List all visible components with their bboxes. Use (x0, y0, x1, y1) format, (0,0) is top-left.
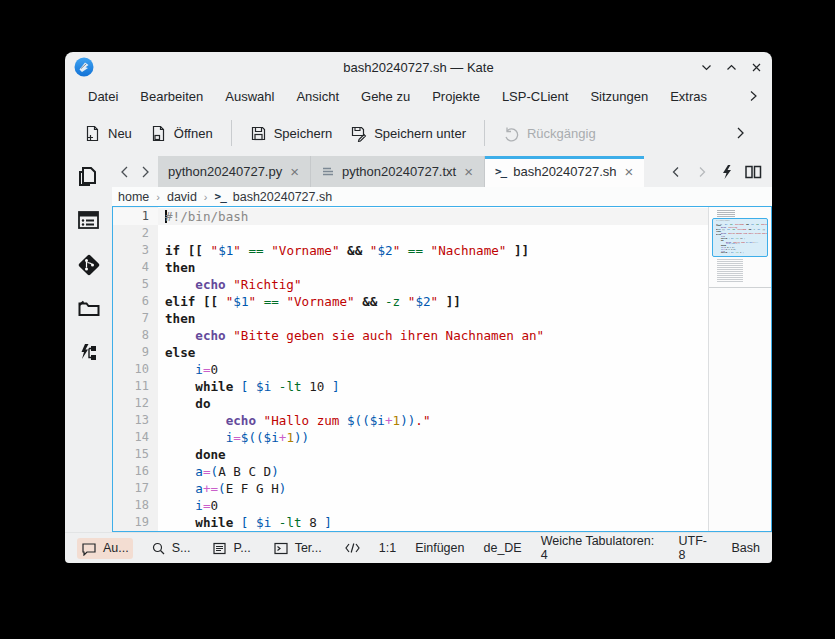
open-file-button[interactable]: Öffnen (141, 119, 222, 148)
quick-open-panel-button[interactable] (74, 339, 104, 366)
code-line: then (158, 310, 708, 327)
search-panel-label: S... (172, 541, 191, 555)
code-line: done (158, 446, 708, 463)
toolbar-separator (231, 120, 232, 146)
line-number: 10 (113, 361, 158, 378)
menu-lsp-client[interactable]: LSP-CLient (491, 85, 579, 108)
line-number: 13 (113, 412, 158, 429)
breadcrumb-file[interactable]: bash20240727.sh (233, 190, 332, 204)
menu-gehe-zu[interactable]: Gehe zu (350, 85, 421, 108)
minimize-button[interactable] (698, 59, 714, 75)
tabs-scroll-right-button[interactable] (136, 163, 154, 181)
toolbar-overflow-button[interactable] (732, 125, 748, 141)
code-area[interactable]: #!/bin/bash if [[ "$1" == "Vorname" && "… (158, 207, 708, 531)
split-view-button[interactable] (744, 164, 762, 180)
tab-label: python20240727.py (168, 164, 282, 179)
terminal-panel-label: Ter... (295, 541, 322, 555)
menubar: Datei Bearbeiten Auswahl Ansicht Gehe zu… (65, 82, 772, 110)
line-number: 16 (113, 463, 158, 480)
filesystem-panel-button[interactable] (74, 295, 104, 322)
save-label: Speichern (274, 126, 333, 141)
open-file-label: Öffnen (174, 126, 213, 141)
code-line: do (158, 395, 708, 412)
menu-bearbeiten[interactable]: Bearbeiten (129, 85, 214, 108)
history-back-button[interactable] (668, 164, 684, 180)
line-number: 15 (113, 446, 158, 463)
encoding[interactable]: UTF-8 (679, 534, 713, 562)
tab-python-txt[interactable]: python20240727.txt × (311, 156, 485, 187)
new-file-label: Neu (108, 126, 132, 141)
line-number: 17 (113, 480, 158, 497)
quick-open-button[interactable] (720, 164, 734, 180)
titlebar: bash20240727.sh — Kate (65, 52, 772, 82)
text-file-icon (321, 165, 335, 179)
code-icon (344, 541, 361, 555)
code-line: a=(A B C D) (158, 463, 708, 480)
tab-settings[interactable]: Weiche Tabulatoren: 4 (541, 534, 660, 562)
maximize-button[interactable] (723, 59, 739, 75)
tabs-scroll-left-button[interactable] (116, 163, 134, 181)
output-panel-toggle[interactable]: Au... (77, 538, 133, 559)
kate-window: bash20240727.sh — Kate Datei Bearbeiten … (65, 52, 772, 563)
menu-extras[interactable]: Extras (659, 85, 718, 108)
menu-overflow-button[interactable] (746, 89, 760, 103)
tab-close-icon[interactable]: × (289, 164, 300, 179)
close-button[interactable] (748, 59, 764, 75)
editor-view: 12345678910111213141516171819 #!/bin/bas… (112, 206, 772, 532)
undo-label: Rückgängig (527, 126, 596, 141)
minimap-viewport[interactable]: #!/bin/bashif [[ "$1" == "Vorname" && "$… (712, 218, 768, 257)
input-mode[interactable]: Einfügen (415, 541, 464, 555)
chevron-right-icon: › (156, 191, 160, 203)
search-panel-toggle[interactable]: S... (147, 538, 195, 559)
code-line: elif [[ "$1" == "Vorname" && -z "$2" ]] (158, 293, 708, 310)
shell-script-icon: >_ (215, 190, 226, 203)
documents-panel-button[interactable] (74, 163, 104, 190)
undo-button[interactable]: Rückgängig (494, 119, 605, 148)
code-line: i=0 (158, 361, 708, 378)
breadcrumb-home[interactable]: home (118, 190, 149, 204)
terminal-panel-toggle[interactable]: Ter... (269, 538, 326, 559)
menu-auswahl[interactable]: Auswahl (214, 85, 285, 108)
output-panel-label: Au... (103, 541, 129, 555)
save-button[interactable]: Speichern (241, 119, 342, 148)
tab-python-py[interactable]: python20240727.py × (158, 156, 311, 187)
code-line: else (158, 344, 708, 361)
git-panel-button[interactable] (74, 251, 104, 278)
cursor-position[interactable]: 1:1 (379, 541, 396, 555)
save-as-button[interactable]: Speichern unter (341, 119, 475, 148)
minimap-scrollbar[interactable]: #!/bin/bashif [[ "$1" == "Vorname" && "$… (708, 207, 771, 531)
menu-sitzungen[interactable]: Sitzungen (579, 85, 659, 108)
tab-bash-sh[interactable]: >_ bash20240727.sh × (485, 156, 644, 187)
save-as-icon (350, 125, 367, 142)
line-number: 12 (113, 395, 158, 412)
save-as-label: Speichern unter (374, 126, 466, 141)
line-number: 18 (113, 497, 158, 514)
code-line: a+=(E F G H) (158, 480, 708, 497)
code-line: i=$(($i+1)) (158, 429, 708, 446)
line-number: 5 (113, 276, 158, 293)
kate-app-icon (73, 56, 95, 78)
history-forward-button[interactable] (694, 164, 710, 180)
code-line: i=0 (158, 497, 708, 514)
tab-close-icon[interactable]: × (463, 164, 474, 179)
tab-close-icon[interactable]: × (624, 164, 635, 179)
code-line (158, 225, 708, 242)
line-number: 8 (113, 327, 158, 344)
menu-datei[interactable]: Datei (77, 85, 129, 108)
new-file-button[interactable]: Neu (75, 119, 141, 148)
code-line: if [[ "$1" == "Vorname" && "$2" == "Nach… (158, 242, 708, 259)
line-number: 1 (113, 208, 158, 225)
statusbar: Au... S... P... Ter... 1:1 E (65, 532, 772, 563)
menu-projekte[interactable]: Projekte (421, 85, 491, 108)
syntax-mode[interactable]: Bash (732, 541, 761, 555)
list-details-panel-button[interactable] (74, 207, 104, 234)
breadcrumb-david[interactable]: david (167, 190, 197, 204)
tab-label: bash20240727.sh (513, 164, 616, 179)
projects-panel-toggle[interactable]: P... (208, 538, 254, 559)
code-context-button[interactable] (340, 538, 365, 558)
line-number-gutter[interactable]: 12345678910111213141516171819 (113, 207, 158, 531)
menu-ansicht[interactable]: Ansicht (285, 85, 350, 108)
open-file-icon (150, 125, 167, 142)
dictionary[interactable]: de_DE (483, 541, 521, 555)
projects-panel-label: P... (233, 541, 250, 555)
